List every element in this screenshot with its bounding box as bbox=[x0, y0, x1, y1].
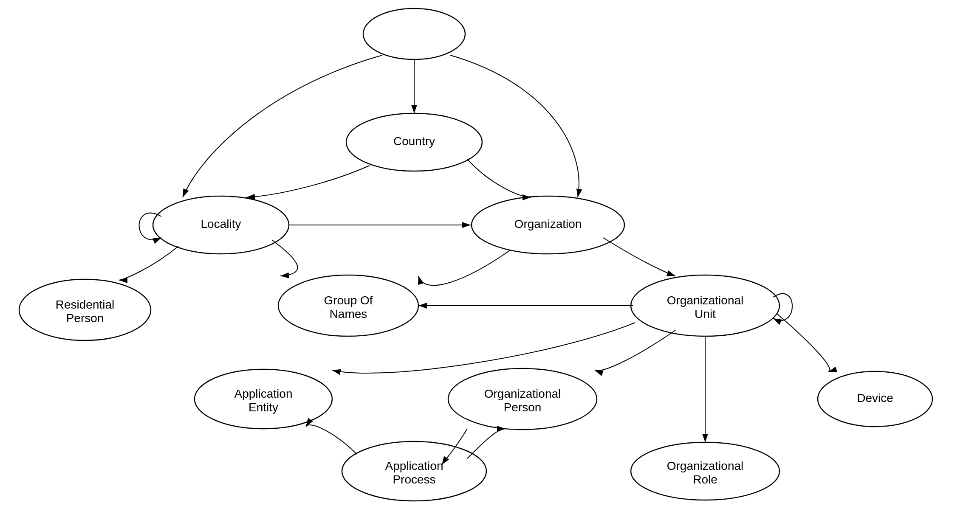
app-process-to-app-entity bbox=[306, 425, 357, 454]
application-process-label2: Process bbox=[393, 473, 435, 486]
application-entity-label: Application bbox=[234, 387, 293, 400]
org-unit-self-loop bbox=[773, 294, 792, 320]
org-unit-to-org-person bbox=[595, 330, 675, 371]
org-unit-to-app-entity bbox=[332, 323, 635, 373]
organizational-person-label2: Person bbox=[504, 401, 542, 414]
organizational-unit-label: Organizational bbox=[667, 294, 744, 307]
org-unit-to-device bbox=[777, 314, 830, 372]
country-to-organization-arrow bbox=[467, 159, 531, 197]
country-label: Country bbox=[393, 135, 435, 148]
organizational-unit-label2: Unit bbox=[695, 307, 716, 320]
residential-person-label: Residential bbox=[56, 298, 115, 311]
root-to-organization-curve bbox=[450, 55, 579, 197]
organizational-person-label: Organizational bbox=[484, 387, 561, 400]
application-process-label: Application bbox=[385, 459, 443, 472]
locality-to-group-of-names bbox=[272, 240, 297, 276]
locality-to-residential-person bbox=[119, 246, 178, 280]
device-label: Device bbox=[857, 391, 893, 405]
group-of-names-label: Group Of bbox=[324, 294, 373, 307]
organizational-role-label2: Role bbox=[693, 473, 717, 486]
root-node bbox=[363, 8, 465, 59]
organization-label: Organization bbox=[514, 217, 582, 230]
application-entity-label2: Entity bbox=[249, 401, 278, 414]
root-to-locality-curve bbox=[183, 55, 382, 197]
organization-to-group-of-names bbox=[418, 250, 510, 285]
organizational-role-label: Organizational bbox=[667, 459, 744, 472]
diagram-container: Country Locality Organization Residentia… bbox=[0, 0, 980, 520]
residential-person-label2: Person bbox=[66, 312, 104, 325]
organization-to-org-unit bbox=[603, 238, 675, 276]
country-to-locality-arrow bbox=[246, 166, 370, 197]
hierarchy-diagram: Country Locality Organization Residentia… bbox=[0, 0, 980, 520]
locality-label: Locality bbox=[201, 217, 241, 230]
group-of-names-label2: Names bbox=[330, 307, 367, 320]
